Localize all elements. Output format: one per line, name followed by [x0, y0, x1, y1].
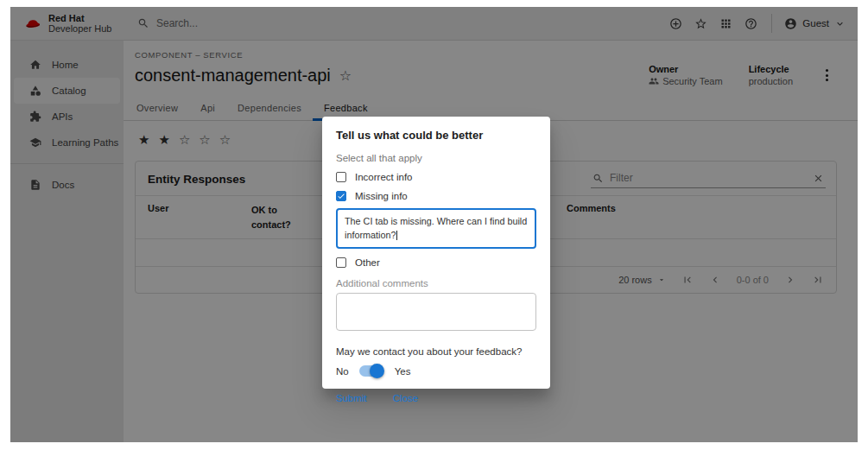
- additional-comments-textarea[interactable]: [336, 293, 536, 331]
- dialog-subtitle: Select all that apply: [336, 153, 536, 163]
- toggle-no-label: No: [336, 366, 349, 377]
- close-button[interactable]: Close: [393, 393, 418, 403]
- checkbox-missing-info[interactable]: Missing info: [336, 191, 536, 201]
- feedback-dialog: Tell us what could be better Select all …: [322, 117, 550, 389]
- checkbox-other[interactable]: Other: [336, 257, 536, 268]
- dialog-title: Tell us what could be better: [336, 129, 536, 142]
- contact-toggle[interactable]: [359, 365, 383, 377]
- checkbox-icon: [336, 191, 346, 201]
- toggle-yes-label: Yes: [395, 366, 411, 377]
- checkbox-icon: [336, 172, 346, 182]
- checkbox-incorrect-info[interactable]: Incorrect info: [336, 172, 536, 182]
- missing-info-textarea[interactable]: The CI tab is missing. Where can I find …: [336, 208, 536, 249]
- app-window: Red Hat Developer Hub Search...: [10, 7, 858, 442]
- additional-comments-label: Additional comments: [336, 278, 536, 288]
- checkbox-icon: [336, 257, 346, 268]
- submit-button[interactable]: Submit: [336, 393, 367, 403]
- contact-question: May we contact you about your feedback?: [336, 346, 536, 357]
